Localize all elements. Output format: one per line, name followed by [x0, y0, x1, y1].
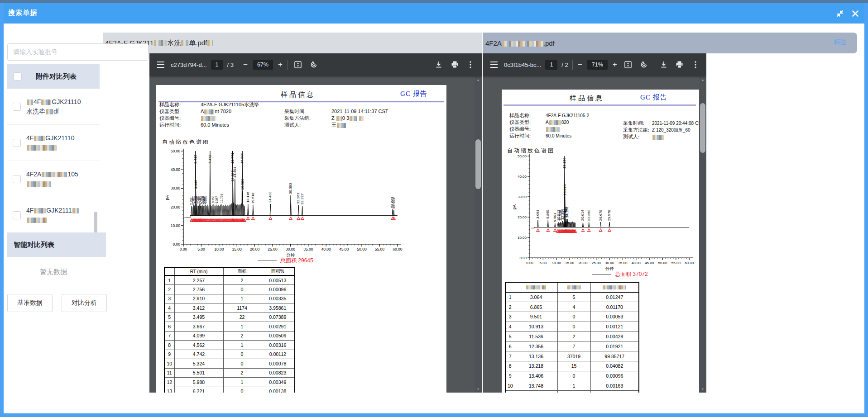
svg-text:8.358: 8.358 — [211, 195, 215, 203]
table-cell: 1 — [164, 275, 174, 285]
redacted-text — [34, 208, 46, 213]
redacted-text — [201, 116, 216, 121]
svg-text:50.00: 50.00 — [518, 154, 527, 158]
attachment-checkbox[interactable] — [13, 211, 21, 219]
table-cell: 5.501 — [174, 368, 223, 378]
total-area-legend: 总面积 29645 — [258, 257, 313, 265]
svg-text:5.00: 5.00 — [540, 261, 547, 265]
svg-text:10.00: 10.00 — [518, 236, 527, 240]
scroll-up-icon[interactable]: ▲ — [475, 76, 482, 83]
print-icon[interactable] — [674, 59, 686, 71]
attachment-list-item[interactable]: 4FGJK21110 — [7, 125, 100, 161]
attachment-checkbox[interactable] — [13, 139, 21, 147]
scroll-down-icon[interactable]: ▼ — [475, 385, 482, 393]
info-value: Z 0 3 — [331, 115, 364, 121]
attachment-checkbox[interactable] — [13, 103, 21, 111]
attachment-list-item[interactable]: 4FGJK2111 — [7, 197, 100, 232]
table-cell: 6.221 — [174, 387, 223, 393]
fit-page-icon[interactable] — [622, 59, 634, 71]
svg-text:13.218: 13.218 — [563, 184, 567, 195]
smart-list-header-label: 智能对比列表 — [14, 241, 54, 249]
table-cell: 0 — [223, 350, 261, 359]
pdf2-page-count: 2 — [565, 62, 568, 68]
table-cell: 7 — [557, 341, 590, 351]
select-all-checkbox[interactable] — [14, 72, 22, 81]
table-cell: 0 — [557, 322, 590, 332]
pdf1-scrollbar[interactable]: ▲ ▼ — [475, 76, 482, 393]
pdf2-toolbar: 0c3f1b45-bc... 1 / 2 − 71% + — [483, 53, 706, 76]
svg-text:3.064: 3.064 — [536, 209, 540, 219]
search-document-window: 搜索单据 附件对比列表 4FGJK21110水洗毕df4FGJK211104F2… — [0, 0, 868, 417]
collapse-icon[interactable] — [835, 9, 844, 18]
scrollbar-thumb[interactable] — [700, 103, 705, 153]
close-icon[interactable] — [851, 9, 860, 18]
more-options-icon[interactable] — [465, 59, 476, 71]
download-icon[interactable] — [658, 59, 670, 71]
table-cell: 0.00096 — [261, 285, 295, 294]
scrollbar-thumb[interactable] — [475, 139, 481, 189]
search-input[interactable] — [7, 43, 149, 61]
baseline-data-button[interactable]: 基准数据 — [7, 294, 53, 312]
pdf1-page-input[interactable]: 1 — [211, 60, 223, 70]
table-cell: 2 — [505, 302, 515, 312]
table-cell: 1 — [223, 294, 261, 303]
zoom-in-icon[interactable]: + — [612, 60, 618, 69]
scroll-up-icon[interactable]: ▲ — [699, 76, 706, 83]
svg-text:30.00: 30.00 — [605, 261, 614, 265]
smart-list-header: 智能对比列表 — [7, 232, 106, 257]
redacted-text — [154, 40, 167, 46]
svg-text:55.00: 55.00 — [671, 261, 681, 265]
pdf2-page-input[interactable]: 1 — [545, 60, 557, 70]
table-cell: 0.00096 — [590, 371, 639, 381]
fit-page-icon[interactable] — [292, 59, 304, 71]
table-row: 105.32400.00078 — [164, 359, 295, 369]
redacted-text — [27, 218, 47, 223]
menu-icon[interactable] — [488, 59, 500, 71]
sidebar-scrollbar[interactable] — [94, 212, 97, 233]
table-cell: 14.150 — [515, 391, 557, 393]
page-title: 搜索单据 — [8, 9, 37, 17]
svg-text:40.00: 40.00 — [171, 167, 181, 172]
zoom-in-icon[interactable]: + — [277, 60, 283, 69]
info-label: 测试人: — [623, 133, 652, 140]
sample-info-left: 样品名称:4F2A-F GJK211105水洗毕仪器类型:Ant 7820仪器编… — [159, 101, 259, 128]
more-options-icon[interactable] — [690, 59, 701, 71]
rotate-icon[interactable] — [308, 59, 320, 71]
compare-analysis-button[interactable]: 对比分析 — [62, 294, 107, 312]
svg-text:58.983: 58.983 — [392, 197, 396, 208]
header-separator — [504, 104, 696, 106]
svg-text:24.403: 24.403 — [268, 191, 272, 203]
svg-text:7.472: 7.472 — [208, 154, 212, 164]
attachment-list-item[interactable]: 4F2A105 — [7, 161, 100, 197]
column-header — [515, 282, 557, 292]
svg-text:30.00: 30.00 — [286, 247, 296, 251]
svg-text:10.00: 10.00 — [171, 223, 181, 228]
print-icon[interactable] — [449, 59, 460, 71]
attachment-checkbox[interactable] — [13, 175, 21, 183]
svg-text:6.865: 6.865 — [546, 209, 550, 219]
redacted-text — [181, 40, 188, 46]
zoom-out-icon[interactable]: − — [577, 60, 583, 69]
table-row: 22.75600.00096 — [164, 285, 295, 294]
pdf2-scrollbar[interactable]: ▲ ▼ — [699, 76, 706, 393]
menu-icon[interactable] — [155, 59, 167, 71]
svg-text:16.586: 16.586 — [240, 179, 245, 190]
scroll-down-icon[interactable]: ▼ — [699, 385, 706, 393]
svg-text:50.00: 50.00 — [357, 247, 367, 251]
table-cell: 4 — [164, 303, 174, 313]
redacted-text — [603, 285, 626, 289]
attachment-list: 4FGJK21110水洗毕df4FGJK211104F2A1054FGJK211… — [7, 89, 100, 232]
info-label: 采集时间: — [623, 120, 652, 127]
table-cell: 13 — [164, 387, 174, 393]
attachment-filename: 4F2A105 — [26, 170, 99, 189]
table-cell: 3.412 — [174, 303, 223, 313]
svg-text:20.00: 20.00 — [578, 261, 588, 265]
rotate-icon[interactable] — [638, 59, 650, 71]
attachment-list-item[interactable]: 4FGJK21110水洗毕df — [7, 89, 100, 125]
annotate-link[interactable]: 标注 — [834, 38, 846, 47]
svg-text:10.768: 10.768 — [220, 194, 223, 203]
zoom-out-icon[interactable]: − — [242, 60, 249, 69]
svg-text:15.00: 15.00 — [565, 261, 575, 265]
download-icon[interactable] — [433, 59, 445, 71]
table-cell: 9.501 — [515, 312, 557, 322]
